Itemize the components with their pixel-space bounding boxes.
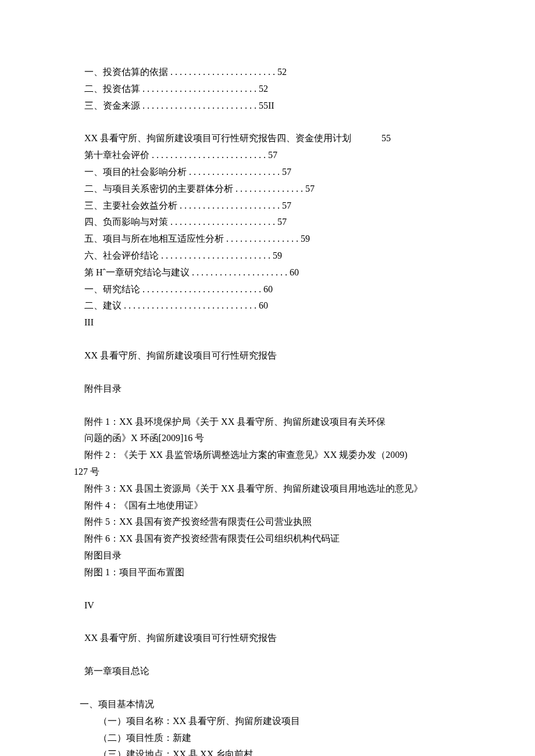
toc-label: 二、投资估算 <box>84 84 140 94</box>
toc-special-line: XX 县看守所、拘留所建设项目可行性研究报告四、资金使用计划 55 <box>84 130 459 147</box>
toc-entry: 五、项目与所在地相互适应性分析 . . . . . . . . . . . . … <box>84 231 459 248</box>
toc-label: 第 Hˆ一章研究结论与建议 <box>84 267 190 277</box>
chapter-heading: 第一章项目总论 <box>84 663 459 680</box>
roman-numeral-iii: III <box>84 314 459 331</box>
toc-dots: . . . . . . . . . . . . . . . . . . . . … <box>190 267 290 277</box>
attachment-item: 127 号 <box>74 464 459 481</box>
toc-label: 六、社会评价结论 <box>84 250 159 260</box>
report-title: XX 县看守所、拘留所建设项目可行性研究报告 <box>84 347 459 364</box>
toc-page: 59 <box>273 250 282 260</box>
toc-dots: . . . . . . . . . . . . . . . . . . . . … <box>149 150 268 160</box>
toc-dots: . . . . . . . . . . . . . . . <box>233 184 305 194</box>
toc-entry: 二、与项目关系密切的主要群体分析 . . . . . . . . . . . .… <box>84 181 459 198</box>
toc-entry: 二、投资估算 . . . . . . . . . . . . . . . . .… <box>84 81 459 98</box>
toc-label: 一、项目的社会影响分析 <box>84 167 187 177</box>
attachment-item: 附件 3：XX 县国土资源局《关于 XX 县看守所、拘留所建设项目用地选址的意见… <box>84 481 459 497</box>
toc-dots: . . . . . . . . . . . . . . . . . . . . … <box>177 200 282 210</box>
toc-label: 二、与项目关系密切的主要群体分析 <box>84 184 233 194</box>
toc-label: 五、项目与所在地相互适应性分析 <box>84 234 226 243</box>
attachment-item: 附图 1：项目平面布置图 <box>84 564 459 581</box>
toc-entry: 第十章社会评价 . . . . . . . . . . . . . . . . … <box>84 147 459 164</box>
toc-dots: . . . . . . . . . . . . . . . . . . . . … <box>170 217 277 227</box>
toc-section-1: 一、投资估算的依据 . . . . . . . . . . . . . . . … <box>84 64 459 114</box>
toc-label: 二、建议 <box>84 300 122 310</box>
attachment-item: 问题的函》X 环函[2009]16 号 <box>84 430 459 447</box>
roman-numeral-iv: IV <box>84 597 459 614</box>
toc-dots: . . . . . . . . . . . . . . . . . . . . … <box>140 101 259 110</box>
report-title: XX 县看守所、拘留所建设项目可行性研究报告 <box>84 630 459 647</box>
toc-dots: . . . . . . . . . . . . . . . . . . . . … <box>140 284 263 294</box>
toc-dots: . . . . . . . . . . . . . . . . <box>226 234 301 243</box>
toc-entry: 二、建议 . . . . . . . . . . . . . . . . . .… <box>84 298 459 314</box>
toc-special-text: XX 县看守所、拘留所建设项目可行性研究报告四、资金使用计划 <box>84 133 351 143</box>
toc-page: 60 <box>259 300 268 310</box>
attachment-heading: 附件目录 <box>84 381 459 397</box>
basic-item: （三）建设地点：XX 县 XX 乡向前村 <box>84 746 459 756</box>
toc-entry: 一、项目的社会影响分析 . . . . . . . . . . . . . . … <box>84 164 459 181</box>
basic-item: （一）项目名称：XX 县看守所、拘留所建设项目 <box>84 713 459 730</box>
toc-label: 四、负而影响与对策 <box>84 217 170 227</box>
toc-special-page: 55 <box>381 130 391 147</box>
toc-label: 一、投资估算的依据 <box>84 67 168 77</box>
toc-dots: . . . . . . . . . . . . . . . . . . . . … <box>140 84 259 94</box>
toc-label: 第十章社会评价 <box>84 150 149 160</box>
attachment-item: 附图目录 <box>84 547 459 564</box>
toc-dots: . . . . . . . . . . . . . . . . . . . . <box>187 167 282 177</box>
toc-page: 52 <box>277 67 287 77</box>
project-basics: （一）项目名称：XX 县看守所、拘留所建设项目 （二）项目性质：新建 （三）建设… <box>84 713 459 756</box>
toc-page: 55II <box>259 101 274 110</box>
toc-entry: 三、资金来源 . . . . . . . . . . . . . . . . .… <box>84 98 459 114</box>
attachment-item: 附件 1：XX 县环境保护局《关于 XX 县看守所、拘留所建设项目有关环保 <box>84 414 459 431</box>
attachment-item: 附件 2：《关于 XX 县监管场所调整选址方案的审查意见》XX 规委办发（200… <box>84 447 459 464</box>
toc-entry: 第 Hˆ一章研究结论与建议 . . . . . . . . . . . . . … <box>84 264 459 281</box>
toc-page: 52 <box>259 84 268 94</box>
toc-page: 57 <box>305 184 315 194</box>
toc-page: 57 <box>268 150 277 160</box>
toc-entry: 四、负而影响与对策 . . . . . . . . . . . . . . . … <box>84 214 459 231</box>
attachment-item: 附件 6：XX 县国有资产投资经营有限责任公司组织机构代码证 <box>84 531 459 547</box>
toc-dots: . . . . . . . . . . . . . . . . . . . . … <box>159 250 273 260</box>
toc-page: 60 <box>263 284 273 294</box>
section-heading: 一、项目基本情况 <box>80 696 459 713</box>
toc-section-2: 第十章社会评价 . . . . . . . . . . . . . . . . … <box>84 147 459 314</box>
toc-dots: . . . . . . . . . . . . . . . . . . . . … <box>168 67 277 77</box>
attachment-item: 附件 5：XX 县国有资产投资经营有限责任公司营业执照 <box>84 514 459 531</box>
toc-page: 57 <box>277 217 287 227</box>
toc-entry: 一、投资估算的依据 . . . . . . . . . . . . . . . … <box>84 64 459 81</box>
toc-entry: 三、主要社会效益分析 . . . . . . . . . . . . . . .… <box>84 198 459 214</box>
basic-item: （二）项目性质：新建 <box>84 730 459 747</box>
toc-entry: 六、社会评价结论 . . . . . . . . . . . . . . . .… <box>84 248 459 264</box>
attachments-list: 附件 1：XX 县环境保护局《关于 XX 县看守所、拘留所建设项目有关环保 问题… <box>84 414 459 581</box>
toc-page: 57 <box>282 167 291 177</box>
toc-label: 三、主要社会效益分析 <box>84 200 177 210</box>
toc-label: 一、研究结论 <box>84 284 140 294</box>
toc-label: 三、资金来源 <box>84 101 140 110</box>
toc-entry: 一、研究结论 . . . . . . . . . . . . . . . . .… <box>84 281 459 298</box>
toc-page: 59 <box>301 234 310 243</box>
toc-page: 60 <box>290 267 299 277</box>
attachment-item: 附件 4：《国有土地使用证》 <box>84 497 459 514</box>
toc-dots: . . . . . . . . . . . . . . . . . . . . … <box>122 300 259 310</box>
toc-page: 57 <box>282 200 291 210</box>
